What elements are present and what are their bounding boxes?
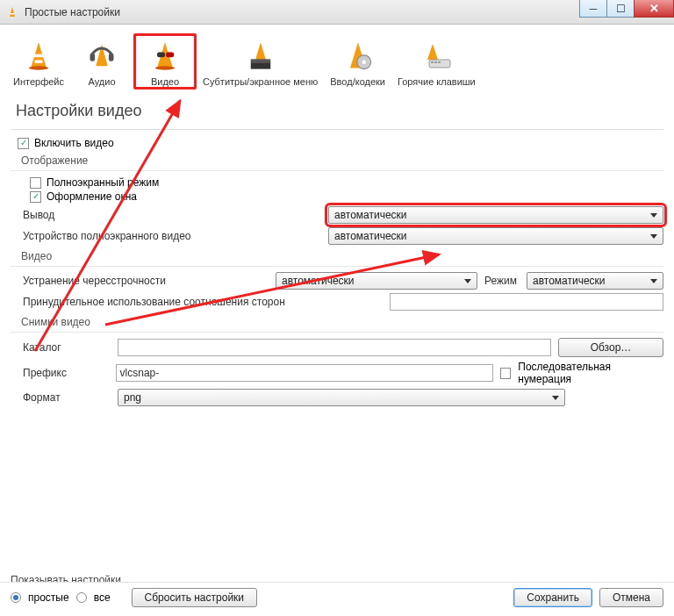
category-label: Видео	[140, 76, 190, 87]
snapshots-group-header: Снимки видео	[21, 316, 663, 328]
svg-marker-0	[10, 7, 15, 17]
all-radio-label: все	[94, 591, 111, 604]
svg-rect-11	[157, 53, 165, 58]
sequential-numbering-checkbox[interactable]	[500, 368, 512, 379]
svg-rect-3	[33, 54, 43, 57]
app-icon	[5, 5, 19, 19]
category-audio[interactable]: Аудио	[70, 33, 133, 90]
fullscreen-device-dropdown[interactable]: автоматически	[328, 227, 663, 245]
category-hotkeys[interactable]: Горячие клавиши	[391, 33, 482, 90]
snapshot-format-dropdown[interactable]: png	[118, 389, 565, 406]
page-title: Настройки видео	[16, 102, 658, 120]
svg-point-10	[155, 66, 176, 70]
output-label: Вывод	[23, 209, 321, 221]
fullscreen-label: Полноэкранный режим	[47, 176, 159, 189]
window-decoration-checkbox[interactable]	[30, 191, 41, 203]
category-subtitles[interactable]: Субтитры/экранное меню	[197, 33, 324, 90]
category-label: Интерфейс	[13, 76, 64, 87]
category-label: Аудио	[76, 76, 127, 87]
category-label: Горячие клавиши	[398, 76, 476, 87]
svg-rect-1	[11, 13, 14, 15]
svg-rect-12	[166, 53, 174, 58]
deinterlace-dropdown[interactable]: автоматически	[276, 272, 477, 290]
enable-video-label: Включить видео	[34, 137, 114, 149]
svg-rect-14	[250, 62, 270, 69]
svg-rect-20	[429, 60, 450, 68]
separator	[11, 332, 663, 333]
headphones-cone-icon	[76, 38, 127, 75]
category-toolbar: Интерфейс Аудио Видео Субтитры/экранное …	[0, 25, 674, 93]
cone-icon	[13, 38, 64, 75]
svg-rect-4	[35, 61, 43, 63]
snapshot-dir-label: Каталог	[23, 341, 111, 354]
video-group-header: Видео	[21, 250, 663, 262]
deinterlace-label: Устранение чересстрочности	[23, 275, 269, 287]
fullscreen-checkbox[interactable]	[30, 177, 41, 189]
separator	[11, 266, 663, 267]
mode-dropdown[interactable]: автоматически	[527, 272, 663, 290]
category-interface[interactable]: Интерфейс	[7, 33, 70, 90]
snapshot-prefix-label: Префикс	[23, 367, 109, 379]
enable-video-checkbox[interactable]	[18, 138, 29, 149]
browse-button[interactable]: Обзор…	[558, 338, 663, 357]
svg-rect-21	[431, 61, 434, 63]
window-title: Простые настройки	[25, 6, 120, 18]
keyboard-cone-icon	[398, 38, 476, 75]
category-label: Субтитры/экранное меню	[203, 76, 318, 87]
minimize-button[interactable]: ─	[579, 0, 607, 18]
svg-marker-19	[427, 44, 438, 60]
cancel-button[interactable]: Отмена	[599, 588, 663, 607]
separator	[11, 170, 663, 171]
sequential-numbering-label: Последовательная нумерация	[518, 361, 663, 385]
svg-rect-8	[109, 54, 114, 61]
mode-label: Режим	[484, 275, 520, 287]
bottom-bar: простые все Сбросить настройки Сохранить…	[0, 582, 674, 616]
svg-rect-22	[434, 61, 437, 63]
force-aspect-label: Принудительное использование соотношения…	[23, 296, 383, 308]
disc-cone-icon	[330, 38, 385, 75]
svg-rect-15	[250, 59, 270, 63]
close-button[interactable]: ✕	[634, 0, 674, 18]
save-button[interactable]: Сохранить	[513, 588, 592, 607]
category-video[interactable]: Видео	[133, 33, 197, 90]
svg-rect-7	[90, 54, 96, 61]
titlebar: Простые настройки ─ ☐ ✕	[0, 0, 674, 25]
snapshot-dir-input[interactable]	[118, 339, 551, 356]
glasses-cone-icon	[140, 38, 190, 75]
simple-radio[interactable]	[11, 592, 21, 603]
force-aspect-input[interactable]	[390, 293, 663, 311]
category-label: Ввод/кодеки	[330, 76, 385, 87]
svg-point-5	[29, 66, 49, 70]
snapshot-format-label: Формат	[23, 391, 111, 404]
simple-radio-label: простые	[28, 591, 69, 604]
window-decoration-label: Оформление окна	[47, 190, 137, 203]
fullscreen-device-label: Устройство полноэкранного видео	[23, 230, 321, 242]
output-dropdown[interactable]: автоматически	[328, 206, 663, 224]
maximize-button[interactable]: ☐	[606, 0, 635, 18]
display-group-header: Отображение	[21, 154, 663, 167]
reset-button[interactable]: Сбросить настройки	[132, 588, 257, 607]
svg-point-18	[362, 61, 366, 65]
separator	[11, 129, 663, 130]
svg-rect-23	[438, 61, 441, 63]
category-input-codecs[interactable]: Ввод/кодеки	[324, 33, 391, 90]
all-radio[interactable]	[76, 592, 87, 603]
clapper-cone-icon	[203, 38, 318, 75]
snapshot-prefix-input[interactable]: vlcsnap-	[116, 364, 493, 382]
